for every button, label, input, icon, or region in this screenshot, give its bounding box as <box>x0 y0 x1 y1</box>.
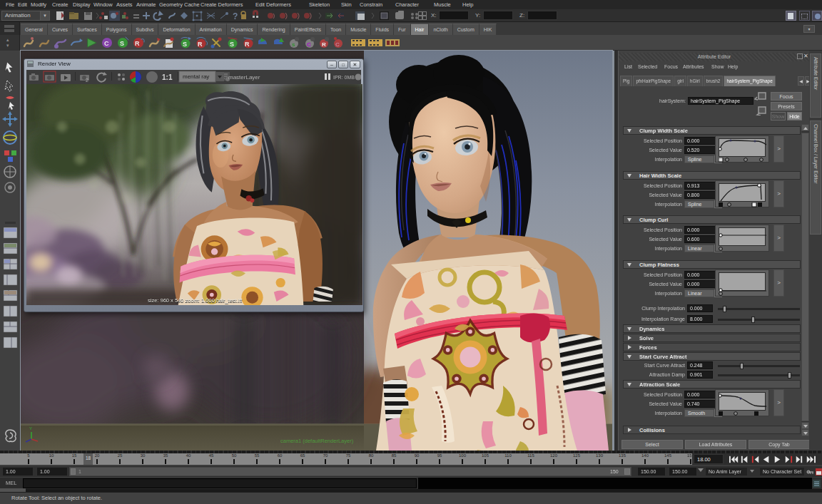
svg-text:R: R <box>322 41 326 48</box>
svg-text:2: 2 <box>86 78 88 83</box>
svg-text:masterLayer: masterLayer <box>228 74 260 81</box>
svg-text:R: R <box>198 41 203 48</box>
svg-text:camera1 (defaultRenderLayer): camera1 (defaultRenderLayer) <box>280 438 354 444</box>
svg-text:?: ? <box>233 11 238 21</box>
svg-text:Y: Y <box>29 426 32 431</box>
svg-text:size: 960 x 540 zoom: 1.000 h: size: 960 x 540 zoom: 1.000 hair_test.if… <box>148 297 243 304</box>
svg-text:mental ray: mental ray <box>183 73 209 80</box>
svg-text:R: R <box>245 41 250 48</box>
svg-text:S: S <box>230 41 234 48</box>
svg-text:IPR: 0MB: IPR: 0MB <box>333 75 355 80</box>
svg-text:1:1: 1:1 <box>162 73 173 81</box>
svg-text:C: C <box>104 40 109 47</box>
svg-text:S: S <box>183 41 187 48</box>
svg-text:C: C <box>335 41 340 48</box>
svg-text:R: R <box>135 40 140 47</box>
svg-text:C: C <box>307 41 311 48</box>
svg-text:S: S <box>120 40 124 47</box>
svg-text:s: s <box>292 41 295 48</box>
